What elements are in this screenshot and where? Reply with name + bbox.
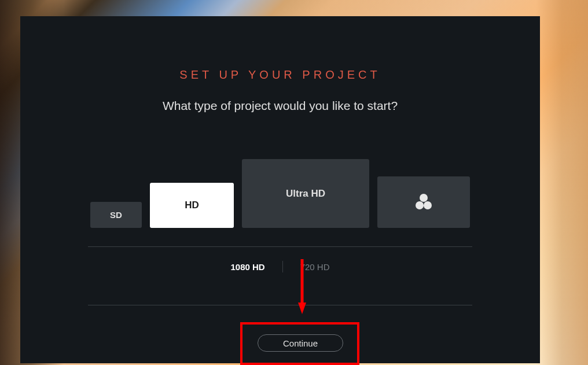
modal-title: SET UP YOUR PROJECT bbox=[179, 68, 380, 82]
modal-subtitle: What type of project would you like to s… bbox=[163, 99, 398, 113]
background-trees-right bbox=[536, 0, 588, 365]
continue-button-label: Continue bbox=[283, 338, 318, 348]
continue-button[interactable]: Continue bbox=[258, 334, 343, 352]
card-davinci-resolve[interactable] bbox=[377, 176, 470, 228]
svg-marker-4 bbox=[298, 303, 306, 314]
divider-top bbox=[88, 246, 472, 247]
sub-option-1080[interactable]: 1080 HD bbox=[230, 262, 264, 272]
svg-point-2 bbox=[424, 201, 432, 209]
card-ultra-hd[interactable]: Ultra HD bbox=[242, 159, 369, 228]
davinci-resolve-icon bbox=[413, 192, 434, 213]
hd-sub-options: 1080 HD 720 HD bbox=[230, 261, 329, 272]
card-hd-label: HD bbox=[185, 200, 199, 211]
card-sd-label: SD bbox=[110, 210, 122, 220]
svg-point-0 bbox=[420, 194, 428, 202]
resolution-cards: SD HD Ultra HD bbox=[89, 159, 471, 228]
project-setup-modal: SET UP YOUR PROJECT What type of project… bbox=[20, 16, 540, 363]
sub-option-720[interactable]: 720 HD bbox=[300, 262, 330, 272]
svg-point-1 bbox=[416, 201, 424, 209]
divider-bottom bbox=[88, 305, 472, 305]
card-uhd-label: Ultra HD bbox=[286, 188, 325, 200]
sub-option-separator bbox=[282, 261, 283, 272]
card-sd[interactable]: SD bbox=[90, 202, 142, 228]
card-hd[interactable]: HD bbox=[150, 183, 234, 228]
